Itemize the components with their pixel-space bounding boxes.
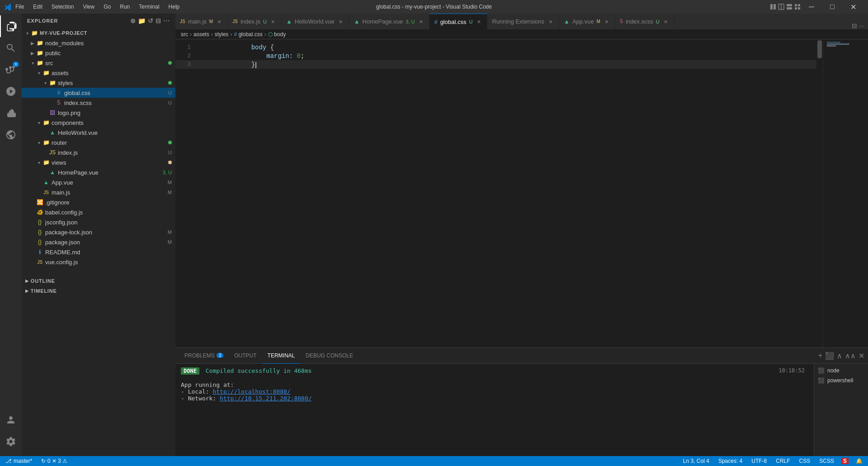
- menu-help[interactable]: Help: [165, 3, 184, 11]
- tab-index-scss[interactable]: Ṡ index.scss U ×: [615, 14, 675, 29]
- tab-index-js[interactable]: JS index.js U ×: [228, 14, 282, 29]
- tree-item-logo-png[interactable]: 🖼 logo.png: [22, 108, 175, 118]
- panel-up-icon[interactable]: ∧: [837, 352, 842, 360]
- accounts-activity-icon[interactable]: [0, 409, 22, 431]
- menu-go[interactable]: Go: [100, 3, 114, 11]
- panel-maximize-icon[interactable]: ∧∧: [845, 352, 856, 360]
- tree-item-public[interactable]: ▶ 📁 public: [22, 48, 175, 58]
- tree-item-readme[interactable]: ℹ README.md: [22, 247, 175, 257]
- terminal-powershell-item[interactable]: ⬛ powershell: [814, 376, 868, 385]
- remote-activity-icon[interactable]: [0, 124, 22, 146]
- tab-global-css[interactable]: # global.css U ×: [429, 14, 487, 29]
- tree-item-index-scss[interactable]: Ṡ index.scss U: [22, 98, 175, 108]
- timeline-section-header[interactable]: ▶ TIMELINE: [22, 286, 175, 296]
- panel-tab-terminal[interactable]: TERMINAL: [262, 348, 301, 364]
- tab-app-vue-close[interactable]: ×: [603, 18, 610, 25]
- tree-item-src[interactable]: ▾ 📁 src: [22, 58, 175, 68]
- tree-item-helloworld-vue[interactable]: ▲ HelloWorld.vue: [22, 128, 175, 138]
- notification-bell-status[interactable]: 🔔: [854, 458, 864, 464]
- editor-content[interactable]: 1 body { 2 margin: 0; 3: [175, 39, 816, 347]
- layout-icon-2[interactable]: [778, 3, 785, 10]
- tree-item-app-vue[interactable]: ▲ App.vue M: [22, 177, 175, 187]
- extensions-activity-icon[interactable]: [0, 102, 22, 124]
- layout-icon-1[interactable]: [769, 3, 777, 10]
- minimize-button[interactable]: ─: [801, 0, 822, 14]
- tab-global-css-close[interactable]: ×: [475, 18, 482, 25]
- local-url[interactable]: http://localhost:8080/: [212, 388, 290, 395]
- tree-item-views[interactable]: ▾ 📁 views: [22, 157, 175, 167]
- layout-icon-3[interactable]: [786, 3, 793, 10]
- menu-run[interactable]: Run: [116, 3, 133, 11]
- menu-selection[interactable]: Selection: [48, 3, 77, 11]
- tree-item-package-lock[interactable]: {} package-lock.json M: [22, 227, 175, 237]
- menu-file[interactable]: File: [12, 3, 28, 11]
- panel-tab-problems[interactable]: PROBLEMS 3: [179, 348, 229, 364]
- tab-main-js-close[interactable]: ×: [216, 18, 223, 25]
- run-debug-activity-icon[interactable]: [0, 81, 22, 102]
- panel-close-icon[interactable]: ✕: [859, 352, 864, 360]
- tree-item-node-modules[interactable]: ▶ 📁 node_modules: [22, 38, 175, 48]
- breadcrumb-styles[interactable]: styles: [215, 31, 229, 38]
- more-icon[interactable]: ···: [163, 17, 170, 24]
- explorer-activity-icon[interactable]: [0, 15, 22, 37]
- tree-item-components[interactable]: ▾ 📁 components: [22, 118, 175, 128]
- more-tabs-icon[interactable]: ···: [859, 22, 864, 29]
- cursor-position-status[interactable]: Ln 3, Col 4: [681, 458, 711, 464]
- tab-helloworld-close[interactable]: ×: [337, 18, 344, 25]
- refresh-icon[interactable]: ↺: [148, 17, 154, 24]
- network-url[interactable]: http://10.15.211.202:8080/: [220, 395, 312, 402]
- line-ending-status[interactable]: CRLF: [774, 458, 792, 464]
- tree-item-package-json[interactable]: {} package.json M: [22, 237, 175, 247]
- editor-scrollbar[interactable]: [816, 39, 823, 347]
- tree-item-styles[interactable]: ▾ 📁 styles: [22, 78, 175, 88]
- source-control-activity-icon[interactable]: 8: [0, 59, 22, 81]
- tree-item-babel-config[interactable]: 🐠 babel.config.js: [22, 207, 175, 217]
- tree-item-main-js[interactable]: JS main.js M: [22, 187, 175, 197]
- search-activity-icon[interactable]: [0, 37, 22, 59]
- tree-item-router[interactable]: ▾ 📁 router: [22, 138, 175, 147]
- menu-terminal[interactable]: Terminal: [135, 3, 163, 11]
- spaces-status[interactable]: Spaces: 4: [717, 458, 744, 464]
- menu-view[interactable]: View: [79, 3, 98, 11]
- tab-running-extensions-close[interactable]: ×: [547, 18, 554, 25]
- new-file-icon[interactable]: ⊕: [130, 17, 136, 24]
- terminal-node-item[interactable]: ⬛ node: [814, 366, 868, 376]
- encoding-status[interactable]: UTF-8: [750, 458, 769, 464]
- terminal-body[interactable]: 10:18:52 DONE Compiled successfully in 4…: [175, 364, 814, 456]
- tree-item-assets[interactable]: ▾ 📁 assets: [22, 68, 175, 78]
- settings-activity-icon[interactable]: [0, 431, 22, 452]
- tree-item-gitignore[interactable]: 🔀 .gitignore: [22, 197, 175, 207]
- tree-item-router-index-js[interactable]: JS index.js U: [22, 147, 175, 157]
- tab-running-extensions[interactable]: Running Extensions ×: [487, 14, 559, 29]
- breadcrumb-assets[interactable]: assets: [193, 31, 209, 38]
- tab-homepage-vue[interactable]: ▲ HomePage.vue 3, U ×: [349, 14, 430, 29]
- git-branch-status[interactable]: ⎇ master*: [4, 458, 34, 464]
- menu-edit[interactable]: Edit: [29, 3, 46, 11]
- breadcrumb-file[interactable]: # global.css: [234, 31, 262, 38]
- sync-status[interactable]: ↻ 0 ✕ 3 ⚠: [39, 458, 69, 464]
- tree-item-homepage-vue[interactable]: ▲ HomePage.vue 3, U: [22, 167, 175, 177]
- tab-app-vue[interactable]: ▲ App.vue M ×: [559, 14, 615, 29]
- project-root[interactable]: ▾ 📁 MY-VUE-PROJECT: [22, 28, 175, 38]
- tab-main-js[interactable]: JS main.js M ×: [175, 14, 228, 29]
- tree-item-global-css[interactable]: # global.css U: [22, 88, 175, 98]
- panel-tab-debug-console[interactable]: DEBUG CONSOLE: [300, 348, 359, 364]
- tab-index-scss-close[interactable]: ×: [662, 18, 670, 25]
- new-folder-icon[interactable]: 📁: [138, 17, 146, 24]
- tab-helloworld-vue[interactable]: ▲ HelloWorld.vue ×: [282, 14, 349, 29]
- add-terminal-icon[interactable]: +: [818, 352, 822, 360]
- tab-homepage-close[interactable]: ×: [417, 18, 425, 25]
- language-status[interactable]: CSS: [797, 458, 812, 464]
- outline-section-header[interactable]: ▶ OUTLINE: [22, 276, 175, 286]
- maximize-button[interactable]: □: [822, 0, 843, 14]
- collapse-all-icon[interactable]: ⊟: [156, 17, 161, 24]
- breadcrumb-selector[interactable]: ⬡ body: [268, 31, 286, 38]
- panel-tab-output[interactable]: OUTPUT: [229, 348, 262, 364]
- layout-icon-4[interactable]: [794, 3, 801, 10]
- tab-index-js-close[interactable]: ×: [269, 18, 277, 25]
- sougou-status[interactable]: S: [841, 458, 849, 464]
- formatter-status[interactable]: SCSS: [817, 458, 836, 464]
- tree-item-jsconfig[interactable]: {} jsconfig.json: [22, 217, 175, 227]
- tree-item-vue-config[interactable]: JS vue.config.js: [22, 257, 175, 267]
- breadcrumb-src[interactable]: src: [181, 31, 188, 38]
